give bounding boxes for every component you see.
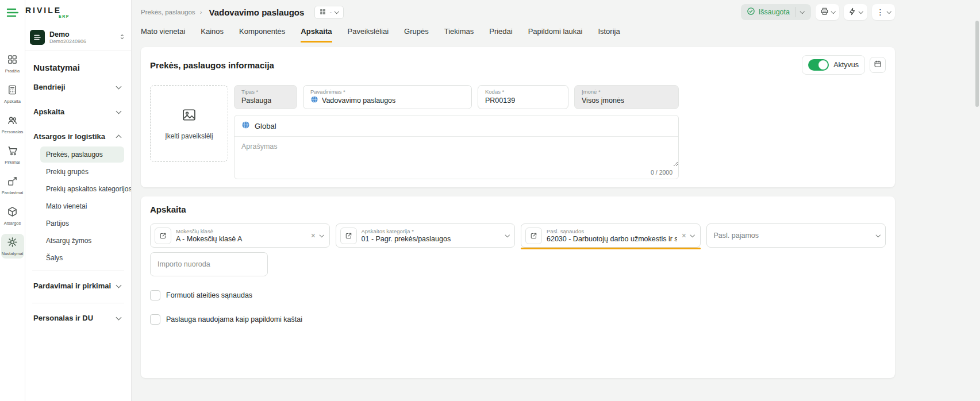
tab-apskaita[interactable]: Apskaita bbox=[301, 27, 332, 43]
settings-nav: Nustatymai Bendrieji Apskaita Atsargos i… bbox=[25, 51, 131, 336]
tab-komponentes[interactable]: Komponentės bbox=[239, 27, 285, 43]
scrollbar[interactable] bbox=[975, 21, 979, 107]
dashboard-icon bbox=[7, 54, 18, 67]
rail-item-nustatymai[interactable]: Nustatymai bbox=[1, 234, 24, 259]
gear-icon bbox=[7, 237, 18, 250]
save-button[interactable]: Išsaugota bbox=[741, 4, 811, 20]
nav-group-personalas-du[interactable]: Personalas ir DU bbox=[32, 303, 124, 330]
chevron-down-icon bbox=[505, 233, 509, 237]
imone-field[interactable]: Įmonė * Visos įmonės bbox=[574, 85, 679, 109]
view-selector-value: - bbox=[329, 9, 332, 16]
card-title: Apskaita bbox=[150, 205, 886, 214]
rail-item-pardavimai[interactable]: Pardavimai bbox=[1, 173, 24, 198]
tab-mato-vienetai[interactable]: Mato vienetai bbox=[141, 27, 185, 43]
checkbox-formuoti-ateities-sanaudas[interactable]: Formuoti ateities sąnaudas bbox=[150, 290, 252, 300]
apskaitos-kategorija-select[interactable]: Apskaitos kategorija * 01 - Pagr. prekės… bbox=[336, 223, 516, 248]
sidebar-item-prekiu-apskaitos-kategorijos[interactable]: Prekių apskaitos kategorijos bbox=[40, 181, 124, 197]
kebab-menu-icon: ⋮ bbox=[877, 8, 885, 16]
chevron-down-icon bbox=[831, 9, 835, 14]
importo-nuoroda-input[interactable] bbox=[150, 252, 268, 276]
rail-label: Personalas bbox=[2, 129, 24, 134]
account-switcher[interactable]: Demo Demo20240906 bbox=[25, 25, 131, 51]
tab-papildomi-laukai[interactable]: Papildomi laukai bbox=[528, 27, 583, 43]
save-dropdown-button[interactable] bbox=[796, 11, 809, 13]
rail-label: Pradžia bbox=[5, 68, 20, 74]
sidebar-item-mato-vienetai[interactable]: Mato vienetai bbox=[40, 198, 124, 214]
tipas-field[interactable]: Tipas * Paslauga bbox=[234, 85, 297, 109]
sidebar-item-salys[interactable]: Šalys bbox=[40, 250, 124, 266]
rail-item-atsargos[interactable]: Atsargos bbox=[1, 203, 24, 228]
tipas-label: Tipas * bbox=[241, 88, 258, 95]
breadcrumb-parent[interactable]: Prekės, paslaugos bbox=[141, 9, 195, 16]
more-options-button[interactable]: ⋮ bbox=[872, 4, 896, 20]
tab-kainos[interactable]: Kainos bbox=[201, 27, 224, 43]
pasl-pajamos-placeholder: Pasl. pajamos bbox=[711, 232, 872, 240]
pasl-sanaudos-value: 62030 - Darbuotojų darbo užmokestis ir s… bbox=[547, 235, 677, 243]
active-toggle[interactable] bbox=[808, 59, 829, 71]
pavadinimas-label: Pavadinimas * bbox=[310, 88, 345, 95]
chevron-down-icon bbox=[690, 233, 695, 237]
imone-label: Įmonė * bbox=[582, 88, 601, 95]
sidebar-item-atsargu-zymos[interactable]: Atsargų žymos bbox=[40, 233, 124, 249]
unfold-more-icon[interactable] bbox=[119, 32, 125, 43]
clear-icon[interactable]: × bbox=[311, 231, 316, 240]
external-link-icon[interactable] bbox=[525, 228, 542, 244]
accounting-card: Apskaita Mokesčių klasė A - Mokesčių kla… bbox=[141, 196, 895, 378]
print-button[interactable] bbox=[816, 4, 840, 20]
calendar-button[interactable] bbox=[870, 57, 886, 73]
quick-actions-button[interactable] bbox=[844, 4, 867, 20]
clear-icon[interactable]: × bbox=[682, 231, 686, 240]
chevron-down-icon bbox=[875, 233, 880, 237]
account-name: Demo bbox=[49, 30, 114, 38]
people-icon bbox=[7, 115, 18, 128]
external-link-icon[interactable] bbox=[155, 228, 171, 244]
chevron-down-icon bbox=[320, 233, 324, 237]
product-info-card: Prekės, paslaugos informacija Aktyvus bbox=[141, 47, 895, 187]
pasl-pajamos-select[interactable]: Pasl. pajamos bbox=[706, 223, 886, 248]
sidebar-item-partijos[interactable]: Partijos bbox=[40, 215, 124, 232]
account-code: Demo20240906 bbox=[49, 38, 114, 44]
kodas-field[interactable]: Kodas * PR00139 bbox=[478, 85, 568, 109]
rail-item-personalas[interactable]: Personalas bbox=[1, 112, 24, 137]
kodas-label: Kodas * bbox=[485, 88, 504, 95]
sidebar-item-prekes-paslaugos[interactable]: Prekės, paslaugos bbox=[40, 146, 124, 163]
tab-istorija[interactable]: Istorija bbox=[598, 27, 620, 43]
rail-item-apskaita[interactable]: Apskaita bbox=[1, 82, 24, 106]
main-area: Prekės, paslaugos › Vadovavimo paslaugos… bbox=[132, 0, 980, 401]
rail-item-pradzia[interactable]: Pradžia bbox=[1, 51, 24, 76]
chevron-down-icon bbox=[116, 108, 122, 114]
description-textarea[interactable] bbox=[235, 137, 678, 167]
tab-tiekimas[interactable]: Tiekimas bbox=[444, 27, 474, 43]
image-icon bbox=[181, 107, 197, 125]
pavadinimas-field[interactable]: Pavadinimas * Vadovavimo paslaugos bbox=[303, 85, 472, 109]
nav-group-pardavimai-pirkimai[interactable]: Pardavimai ir pirkimai bbox=[32, 271, 124, 298]
tab-priedai[interactable]: Priedai bbox=[489, 27, 512, 43]
rail-label: Atsargos bbox=[4, 221, 21, 226]
global-label: Global bbox=[255, 122, 276, 130]
mokesciu-klase-select[interactable]: Mokesčių klasė A - Mokesčių klasė A × bbox=[150, 223, 330, 248]
checkbox-paslauga-papildomi-kastai[interactable]: Paslauga naudojama kaip papildomi kaštai bbox=[150, 314, 302, 325]
nav-group-atsargos-logistika[interactable]: Atsargos ir logistika bbox=[32, 124, 124, 149]
checkbox-icon[interactable] bbox=[150, 290, 160, 300]
sidebar-item-prekiu-grupes[interactable]: Prekių grupės bbox=[40, 164, 124, 180]
globe-icon bbox=[241, 121, 250, 131]
sales-icon bbox=[7, 176, 18, 189]
nav-group-bendrieji[interactable]: Bendrieji bbox=[32, 75, 124, 99]
rail-label: Pirkimai bbox=[5, 160, 20, 165]
pavadinimas-value: Vadovavimo paslaugos bbox=[322, 97, 395, 105]
checkbox-icon[interactable] bbox=[150, 314, 160, 325]
image-upload-dropzone[interactable]: Įkelti paveikslėlį bbox=[150, 85, 228, 162]
tab-grupes[interactable]: Grupės bbox=[404, 27, 429, 43]
pasl-sanaudos-select[interactable]: Pasl. sąnaudos 62030 - Darbuotojų darbo … bbox=[521, 223, 701, 248]
mokesciu-klase-label: Mokesčių klasė bbox=[176, 228, 306, 234]
nav-group-apskaita[interactable]: Apskaita bbox=[32, 99, 124, 124]
view-selector[interactable]: - bbox=[314, 6, 343, 19]
rail-item-pirkimai[interactable]: Pirkimai bbox=[1, 142, 24, 167]
inventory-box-icon bbox=[7, 206, 18, 219]
external-link-icon[interactable] bbox=[340, 228, 357, 244]
tab-paveiksleliai[interactable]: Paveikslėliai bbox=[348, 27, 389, 43]
chevron-down-icon bbox=[116, 83, 122, 89]
menu-icon[interactable] bbox=[6, 0, 19, 24]
rail-label: Apskaita bbox=[4, 99, 21, 104]
chevron-down-icon bbox=[335, 9, 339, 14]
